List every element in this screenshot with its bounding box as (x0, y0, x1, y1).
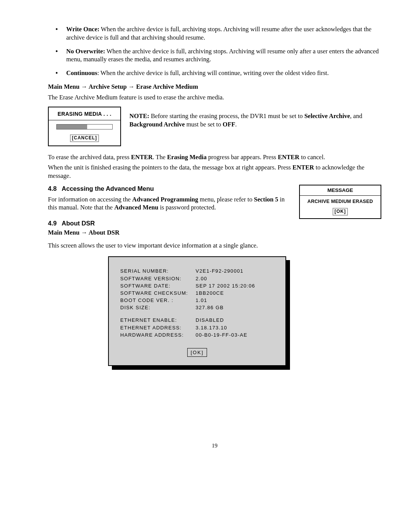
arrow-icon: → (128, 83, 135, 90)
bullet-label: Continuous (66, 69, 97, 77)
info-row: ETHERNET ENABLE:DISABLED (120, 317, 274, 323)
info-key: BOOT CODE VER. : (120, 297, 196, 304)
message-dialog: MESSAGE ARCHIVE MEDIUM ERASED [OK] (299, 185, 381, 219)
arrow-icon: → (81, 229, 88, 236)
dialog-title: MESSAGE (300, 185, 381, 195)
info-row: BOOT CODE VER. :1.01 (120, 297, 274, 304)
ok-button[interactable]: [OK] (333, 209, 347, 215)
about-dsr-panel: SERIAL NUMBER:V2E1-F92-290001SOFTWARE VE… (108, 256, 286, 366)
info-key: SOFTWARE CHECKSUM: (120, 290, 196, 296)
bullet-text: When the archive device is full, archivi… (66, 48, 379, 63)
dialog-title: ERASING MEDIA . . . (53, 110, 116, 117)
bullet-label: Write Once: (66, 26, 99, 33)
list-item: Write Once: When the archive device is f… (48, 25, 381, 42)
info-key: ETHERNET ENABLE: (120, 317, 196, 323)
breadcrumb: Main Menu → Archive Setup → Erase Archiv… (48, 83, 381, 91)
arrow-icon: → (81, 83, 88, 90)
info-value: 2.00 (196, 275, 274, 282)
progress-bar (56, 124, 113, 129)
info-value: 3.18.173.10 (196, 324, 274, 331)
info-key: SERIAL NUMBER: (120, 268, 196, 274)
section-heading-4-9: 4.9 About DSR (48, 219, 381, 228)
erase-intro-text: The Erase Archive Medium feature is used… (48, 93, 381, 102)
note-text: NOTE: Before starting the erasing proces… (129, 107, 381, 129)
cancel-button[interactable]: [CANCEL] (71, 135, 98, 141)
list-item: Continuous: When the archive device is f… (48, 69, 381, 77)
info-value: 327.86 GB (196, 304, 274, 311)
info-row: DISK SIZE:327.86 GB (120, 304, 274, 311)
info-value: 00-B0-19-FF-03-AE (196, 332, 274, 338)
breadcrumb: Main Menu → About DSR (48, 228, 381, 237)
info-key: SOFTWARE VERSION: (120, 275, 196, 282)
bullet-text: : (97, 69, 100, 77)
bullet-text: When the archive device is full, archivi… (66, 26, 371, 41)
info-value: SEP 17 2002 15:20:06 (196, 283, 274, 289)
info-key: ETHERNET ADDRESS: (120, 324, 196, 331)
info-row: SERIAL NUMBER:V2E1-F92-290001 (120, 268, 274, 274)
ok-button[interactable]: [OK] (187, 348, 207, 357)
info-row: SOFTWARE CHECKSUM:1BB200CE (120, 290, 274, 296)
dialog-message: ARCHIVE MEDIUM ERASED (302, 198, 378, 205)
info-value: 1.01 (196, 297, 274, 304)
info-row: ETHERNET ADDRESS:3.18.173.10 (120, 324, 274, 331)
info-row: SOFTWARE VERSION:2.00 (120, 275, 274, 282)
bullet-text: When the archive device is full, archivi… (100, 69, 329, 77)
info-value: V2E1-F92-290001 (196, 268, 274, 274)
body-text: When the unit is finished erasing the po… (48, 163, 381, 180)
info-key: SOFTWARE DATE: (120, 283, 196, 289)
info-value: DISABLED (196, 317, 274, 323)
info-row: HARDWARE ADDRESS:00-B0-19-FF-03-AE (120, 332, 274, 338)
bullet-label: No Overwrite: (66, 48, 105, 55)
page-number: 19 (48, 442, 381, 450)
list-item: No Overwrite: When the archive device is… (48, 47, 381, 64)
archive-mode-list: Write Once: When the archive device is f… (48, 25, 381, 77)
info-row: SOFTWARE DATE:SEP 17 2002 15:20:06 (120, 283, 274, 289)
info-key: DISK SIZE: (120, 304, 196, 311)
info-key: HARDWARE ADDRESS: (120, 332, 196, 338)
body-text: This screen allows the user to view impo… (48, 241, 381, 250)
erasing-media-dialog: ERASING MEDIA . . . [CANCEL] (48, 107, 121, 146)
body-text: To erase the archived data, press ENTER.… (48, 153, 381, 161)
info-value: 1BB200CE (196, 290, 274, 296)
